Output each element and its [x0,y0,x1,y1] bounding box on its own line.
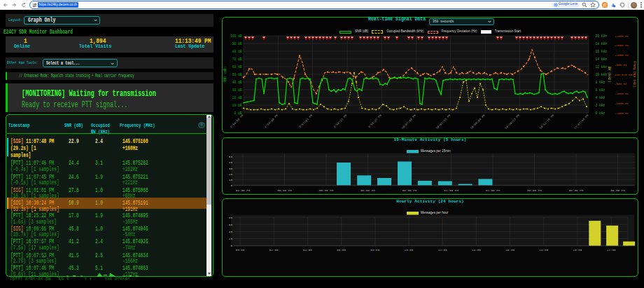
svg-text:-1500 Hz: -1500 Hz [615,102,629,105]
svg-text:20: 20 [229,172,233,176]
svg-text:08:00 PM: 08:00 PM [527,188,542,192]
svg-text:00:00: 00:00 [236,248,245,252]
svg-text:09:00 PM: 09:00 PM [610,188,625,192]
svg-text:9:57:01 PM: 9:57:01 PM [299,114,314,129]
svg-text:30 dB: 30 dB [232,88,242,92]
svg-text:40: 40 [229,230,233,233]
svg-text:08:30 PM: 08:30 PM [569,188,584,192]
svg-text:20 kHz: 20 kHz [596,34,608,38]
svg-text:16 kHz: 16 kHz [596,50,608,53]
svg-text:60: 60 [229,223,233,226]
svg-text:20 dB: 20 dB [232,96,242,100]
svg-text:04:00: 04:00 [303,248,312,252]
svg-text:10:07:40 PM: 10:07:40 PM [401,114,417,130]
svg-text:+2000 Hz: +2000 Hz [615,35,629,38]
svg-text:2 kHz: 2 kHz [596,104,606,107]
svg-text:07:30 PM: 07:30 PM [486,188,500,192]
svg-text:30: 30 [229,167,233,170]
svg-text:70 dB: 70 dB [232,57,242,61]
svg-text:145.075 MHz: 145.075 MHz [615,74,634,76]
svg-text:14 kHz: 14 kHz [596,57,608,61]
svg-text:Freq Dev (Hz): Freq Dev (Hz) [633,61,636,88]
svg-text:08:00: 08:00 [370,248,379,252]
svg-text:05:30 PM: 05:30 PM [319,188,334,192]
svg-text:18 kHz: 18 kHz [596,42,608,46]
svg-text:20: 20 [229,237,233,240]
svg-text:16:00: 16:00 [505,248,514,252]
svg-text:0: 0 [230,184,232,187]
svg-text:8 kHz: 8 kHz [596,81,606,84]
svg-text:9:54:00 PM: 9:54:00 PM [230,114,244,129]
svg-text:-1000 Hz: -1000 Hz [615,92,629,95]
svg-text:10 dB: 10 dB [232,104,242,107]
svg-text:18:00: 18:00 [539,248,548,252]
svg-text:07:00 PM: 07:00 PM [444,188,458,192]
svg-text:10 kHz: 10 kHz [596,73,608,76]
svg-text:80: 80 [229,216,233,219]
svg-text:9:58:22 PM: 9:58:22 PM [333,114,348,129]
svg-text:06:30 PM: 06:30 PM [402,188,417,192]
svg-text:22:00: 22:00 [607,248,616,252]
svg-text:60 dB: 60 dB [232,65,242,69]
svg-text:0: 0 [230,244,232,247]
svg-text:50 dB: 50 dB [232,73,242,76]
svg-text:20:00: 20:00 [573,248,582,252]
svg-text:10: 10 [229,178,233,181]
svg-text:0 kHz: 0 kHz [596,111,606,115]
svg-text:100 dB: 100 dB [230,34,242,38]
svg-text:4 kHz: 4 kHz [596,96,606,100]
svg-text:05:00 PM: 05:00 PM [277,188,292,192]
svg-text:90 dB: 90 dB [232,42,242,46]
svg-text:+500 Hz: +500 Hz [615,64,627,67]
svg-text:04:30 PM: 04:30 PM [236,188,251,192]
svg-text:11:07:48 PM: 11:07:48 PM [573,114,589,130]
svg-text:10:30:23 PM: 10:30:23 PM [505,114,521,130]
svg-text:SNR (dB): SNR (dB) [223,66,227,82]
svg-text:02:00: 02:00 [270,248,279,252]
svg-text:0 dB: 0 dB [234,111,241,115]
svg-text:+1500 Hz: +1500 Hz [615,44,629,47]
svg-text:9:58:37 PM: 9:58:37 PM [368,114,382,129]
svg-text:10:07:53 PM: 10:07:53 PM [435,114,451,130]
svg-text:6 kHz: 6 kHz [596,88,606,92]
svg-text:10:08:04 PM: 10:08:04 PM [470,114,486,130]
svg-text:40 dB: 40 dB [232,81,242,84]
svg-text:-500 Hz: -500 Hz [615,83,627,85]
svg-text:40: 40 [229,160,233,164]
svg-text:14:00: 14:00 [472,248,481,252]
svg-text:12:00: 12:00 [438,248,447,252]
svg-text:BW (kHz): BW (kHz) [608,66,611,82]
svg-text:50: 50 [229,155,233,158]
svg-text:12 kHz: 12 kHz [596,65,608,69]
svg-text:06:00: 06:00 [337,248,346,252]
svg-text:10:00: 10:00 [405,248,414,252]
svg-text:-2000 Hz: -2000 Hz [615,112,629,115]
svg-text:80 dB: 80 dB [232,50,242,53]
svg-text:9:54:40 PM: 9:54:40 PM [264,114,279,129]
svg-text:10:52:29 PM: 10:52:29 PM [539,114,555,130]
svg-text:06:00 PM: 06:00 PM [360,188,375,192]
svg-text:+1000 Hz: +1000 Hz [615,54,629,57]
